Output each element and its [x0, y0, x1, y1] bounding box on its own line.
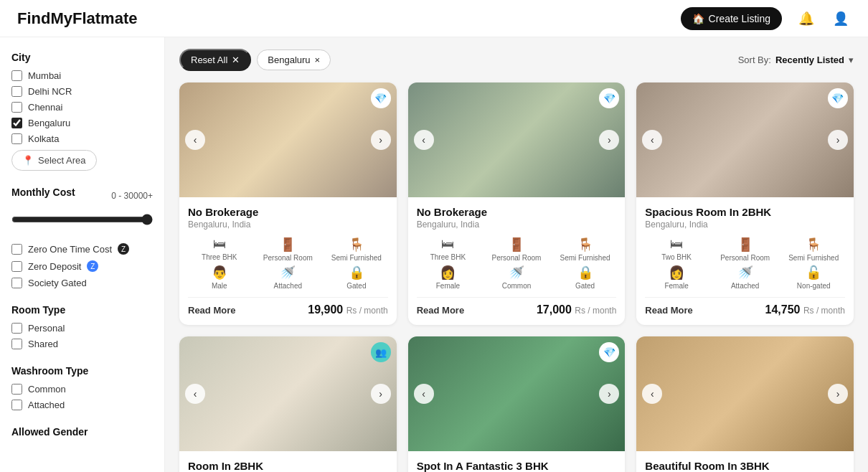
listing-card-1[interactable]: ‹ › 💎 No Brokerage Bengaluru, India 🛏 Th…: [179, 82, 397, 325]
city-chennai[interactable]: Chennai: [11, 102, 153, 113]
washroom-attached-checkbox[interactable]: [11, 400, 22, 410]
feature-bhk-2: 🛏 Three BHK: [417, 237, 480, 262]
zero-one-time-cost[interactable]: Zero One Time Cost Z: [11, 243, 153, 255]
city-tag-close-icon[interactable]: ×: [315, 55, 321, 65]
card-title-2: No Brokerage: [417, 206, 617, 218]
filters-bar: Reset All ✕ Bengaluru × Sort By: Recentl…: [179, 49, 854, 71]
card-prev-2[interactable]: ‹: [414, 130, 434, 150]
feature-furnish-3: 🪑 Semi Furnished: [782, 237, 845, 262]
card-prev-6[interactable]: ‹: [642, 384, 662, 404]
feature-gender-2: 👩 Female: [417, 265, 480, 290]
washroom-common[interactable]: Common: [11, 384, 153, 395]
sort-by-label: Sort By:: [738, 55, 771, 65]
card-prev-1[interactable]: ‹: [185, 130, 205, 150]
monthly-cost-slider[interactable]: [11, 214, 153, 225]
washroom-type-title: Washroom Type: [11, 365, 153, 377]
listing-card-4[interactable]: ‹ › 👥 Room In 2BHK Bengaluru, India: [179, 336, 397, 472]
select-area-button[interactable]: 📍 Select Area: [11, 150, 97, 171]
sort-by-chevron-icon: ▾: [849, 55, 854, 65]
card-prev-3[interactable]: ‹: [642, 130, 662, 150]
card-next-6[interactable]: ›: [828, 384, 848, 404]
card-image-6: ‹ ›: [636, 336, 854, 451]
room-type-section: Room Type Personal Shared: [11, 304, 153, 349]
room-shared-checkbox[interactable]: [11, 339, 22, 349]
society-gated[interactable]: Society Gated: [11, 278, 153, 288]
user-profile-icon[interactable]: 👤: [831, 9, 851, 29]
feature-gate-3: 🔓 Non-gated: [782, 265, 845, 290]
card-footer-3: Read More 14,750 Rs / month: [645, 297, 845, 316]
card-next-1[interactable]: ›: [371, 130, 391, 150]
feature-gate-1: 🔒 Gated: [325, 265, 388, 290]
card-body-5: Spot In A Fantastic 3 BHK Bengaluru, Ind…: [408, 451, 626, 472]
home-icon: 🏠: [692, 13, 704, 24]
listing-card-2[interactable]: ‹ › 💎 No Brokerage Bengaluru, India 🛏 Th…: [408, 82, 626, 325]
card-badge-3: 💎: [828, 88, 848, 108]
listing-card-5[interactable]: ‹ › 💎 Spot In A Fantastic 3 BHK Bengalur…: [408, 336, 626, 472]
washroom-type-section: Washroom Type Common Attached: [11, 365, 153, 410]
room-type-shared[interactable]: Shared: [11, 339, 153, 349]
washroom-attached[interactable]: Attached: [11, 400, 153, 410]
card-body-1: No Brokerage Bengaluru, India 🛏 Three BH…: [179, 197, 397, 325]
notification-bell-icon[interactable]: 🔔: [796, 9, 816, 29]
feature-gender-3: 👩 Female: [645, 265, 708, 290]
card-prev-5[interactable]: ‹: [414, 384, 434, 404]
card-next-4[interactable]: ›: [371, 384, 391, 404]
cards-grid: ‹ › 💎 No Brokerage Bengaluru, India 🛏 Th…: [179, 82, 854, 472]
city-section-title: City: [11, 52, 153, 63]
card-image-1: ‹ › 💎: [179, 82, 397, 197]
logo: FindMyFlatmate: [17, 9, 137, 28]
sort-by-value: Recently Listed: [775, 55, 844, 65]
header: FindMyFlatmate 🏠 Create Listing 🔔 👤: [0, 0, 868, 37]
washroom-common-checkbox[interactable]: [11, 384, 22, 395]
city-chennai-checkbox[interactable]: [11, 102, 22, 113]
card-footer-2: Read More 17,000 Rs / month: [417, 297, 617, 316]
zero-deposit-checkbox[interactable]: [11, 261, 22, 272]
sort-by[interactable]: Sort By: Recently Listed ▾: [738, 55, 854, 65]
feature-washroom-3: 🚿 Attached: [714, 265, 777, 290]
card-image-4: ‹ › 👥: [179, 336, 397, 451]
read-more-1[interactable]: Read More: [188, 305, 235, 316]
create-listing-button[interactable]: 🏠 Create Listing: [681, 7, 782, 30]
feature-room-1: 🚪 Personal Room: [257, 237, 320, 262]
city-tag-label: Bengaluru: [268, 55, 310, 65]
price-3: 14,750 Rs / month: [765, 303, 845, 316]
card-badge-4: 👥: [371, 342, 391, 362]
card-next-3[interactable]: ›: [828, 130, 848, 150]
read-more-3[interactable]: Read More: [645, 305, 692, 316]
city-delhi[interactable]: Delhi NCR: [11, 86, 153, 97]
feature-furnish-2: 🪑 Semi Furnished: [554, 237, 617, 262]
card-title-3: Spacious Room In 2BHK: [645, 206, 845, 218]
feature-washroom-2: 🚿 Common: [485, 265, 548, 290]
city-kolkata-checkbox[interactable]: [11, 133, 22, 144]
card-image-2: ‹ › 💎: [408, 82, 626, 197]
zero-deposit-badge: Z: [87, 260, 98, 272]
city-kolkata[interactable]: Kolkata: [11, 133, 153, 144]
feature-gate-2: 🔒 Gated: [554, 265, 617, 290]
card-prev-4[interactable]: ‹: [185, 384, 205, 404]
monthly-cost-header: Monthly Cost 0 - 30000+: [11, 187, 153, 205]
zero-one-time-checkbox[interactable]: [11, 244, 22, 255]
room-type-personal[interactable]: Personal: [11, 323, 153, 334]
read-more-2[interactable]: Read More: [417, 305, 464, 316]
card-body-6: Beautiful Room In 3BHK Bengaluru, India: [636, 451, 854, 472]
zero-options-section: Zero One Time Cost Z Zero Deposit Z Soci…: [11, 243, 153, 288]
city-bengaluru-checkbox[interactable]: [11, 118, 22, 128]
city-mumbai-checkbox[interactable]: [11, 70, 22, 81]
card-location-1: Bengaluru, India: [188, 220, 388, 230]
room-type-title: Room Type: [11, 304, 153, 316]
reset-all-button[interactable]: Reset All ✕: [179, 49, 251, 71]
listing-card-3[interactable]: ‹ › 💎 Spacious Room In 2BHK Bengaluru, I…: [636, 82, 854, 325]
society-gated-checkbox[interactable]: [11, 278, 22, 288]
city-bengaluru[interactable]: Bengaluru: [11, 118, 153, 128]
zero-deposit[interactable]: Zero Deposit Z: [11, 260, 153, 272]
card-next-5[interactable]: ›: [599, 384, 619, 404]
card-features-2: 🛏 Three BHK 🚪 Personal Room 🪑 Semi Furni…: [417, 237, 617, 290]
city-mumbai[interactable]: Mumbai: [11, 70, 153, 81]
card-next-2[interactable]: ›: [599, 130, 619, 150]
city-delhi-checkbox[interactable]: [11, 86, 22, 97]
bengaluru-filter-tag[interactable]: Bengaluru ×: [257, 49, 331, 70]
card-title-6: Beautiful Room In 3BHK: [645, 460, 845, 472]
card-title-1: No Brokerage: [188, 206, 388, 218]
listing-card-6[interactable]: ‹ › Beautiful Room In 3BHK Bengaluru, In…: [636, 336, 854, 472]
room-personal-checkbox[interactable]: [11, 323, 22, 334]
